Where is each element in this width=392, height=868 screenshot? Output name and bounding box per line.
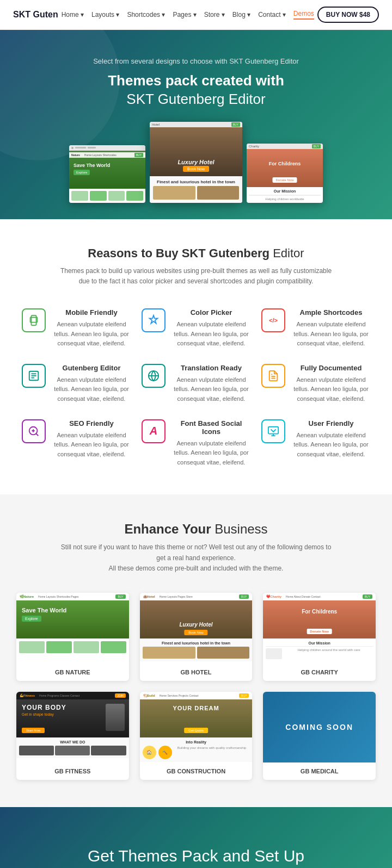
hero-title: Themes pack created with SKT Gutenberg E… — [11, 72, 381, 109]
buy-now-button[interactable]: BUY NOW $48 — [317, 7, 379, 23]
user-friendly-content: User Friendly Aenean vulputate eleifend … — [292, 419, 370, 460]
social-icons-icon: A — [142, 419, 166, 443]
demo-medical-preview: COMING SOON — [263, 692, 376, 762]
demo-nature-preview: 🌿Nature Home Layouts Shortcodes Pages BU… — [16, 593, 129, 664]
demo-charity-label: GB CHARITY — [263, 664, 376, 681]
demo-gb-fitness[interactable]: 💪Fitness Home Programs Classes Contact J… — [16, 692, 129, 780]
reasons-description: Themes pack to build up various websites… — [60, 266, 332, 287]
feature-mobile-friendly: Mobile Friendly Aenean vulputate eleifen… — [22, 308, 131, 349]
nav-links: Home ▾ Layouts ▾ Shortcodes ▾ Pages ▾ St… — [62, 10, 314, 20]
documented-icon — [261, 364, 285, 388]
documented-content: Fully Documented Aenean vulputate eleife… — [292, 364, 370, 404]
nav-contact[interactable]: Contact ▾ — [258, 11, 286, 18]
shortcodes-icon: </> — [261, 308, 285, 332]
svg-line-12 — [36, 433, 38, 436]
hero-section: Select from several designs to choose wi… — [0, 30, 392, 219]
hero-subtitle: Select from several designs to choose wi… — [11, 57, 381, 65]
svg-rect-0 — [31, 315, 36, 325]
demo-charity-preview: ❤️Charity Home About Donate Contact BUY … — [263, 593, 376, 664]
translation-content: Translation Ready Aenean vulputate eleif… — [172, 364, 250, 404]
features-grid: Mobile Friendly Aenean vulputate eleifen… — [22, 308, 370, 467]
demo-hotel-label: GB HOTEL — [140, 664, 253, 681]
enhance-description: Still not sure if you want to have this … — [60, 542, 332, 574]
demo-construction-label: GB CONSTRUCTION — [140, 762, 253, 780]
demo-gb-nature[interactable]: 🌿Nature Home Layouts Shortcodes Pages BU… — [16, 593, 129, 681]
nav-home[interactable]: Home ▾ — [62, 11, 84, 18]
hero-mockups: Nature Home Layouts Shortcodes BUY Save … — [11, 122, 381, 203]
nav-shortcodes[interactable]: Shortcodes ▾ — [127, 11, 165, 18]
translation-icon — [142, 364, 166, 388]
mockup-nature: Nature Home Layouts Shortcodes BUY Save … — [69, 145, 145, 203]
demo-fitness-label: GB FITNESS — [16, 762, 129, 780]
gutenberg-content: Gutenberg Editor Aenean vulputate eleife… — [52, 364, 131, 404]
demo-medical-label: GB MEDICAL — [263, 762, 376, 780]
navigation: SKT Guten Home ▾ Layouts ▾ Shortcodes ▾ … — [0, 0, 392, 30]
nav-demos[interactable]: Demos — [293, 10, 314, 20]
color-picker-icon — [142, 308, 166, 332]
demo-hotel-preview: 🏨Hotel Home Layouts Pages Store BUY Luxu… — [140, 593, 253, 664]
feature-gutenberg: Gutenberg Editor Aenean vulputate eleife… — [22, 364, 131, 404]
social-icons-content: Font Based Social Icons Aenean vulputate… — [172, 419, 250, 468]
mobile-friendly-content: Mobile Friendly Aenean vulputate eleifen… — [52, 308, 131, 349]
mockup-hotel: Hotel BUY Luxury Hotel Book Now Finest a… — [150, 122, 242, 203]
demo-gb-medical[interactable]: COMING SOON GB MEDICAL — [263, 692, 376, 780]
svg-rect-15 — [268, 426, 278, 433]
shortcodes-content: Ample Shortcodes Aenean vulputate eleife… — [292, 308, 370, 349]
feature-social-icons: A Font Based Social Icons Aenean vulputa… — [142, 419, 250, 468]
footer-cta-title: Get Themes Pack and Set Up — [22, 845, 370, 866]
nav-logo[interactable]: SKT Guten — [13, 10, 58, 20]
demo-gb-hotel[interactable]: 🏨Hotel Home Layouts Pages Store BUY Luxu… — [140, 593, 253, 681]
mobile-friendly-icon — [22, 308, 46, 332]
nav-layouts[interactable]: Layouts ▾ — [91, 11, 119, 18]
feature-translation: Translation Ready Aenean vulputate eleif… — [142, 364, 250, 404]
demo-gb-charity[interactable]: ❤️Charity Home About Donate Contact BUY … — [263, 593, 376, 681]
feature-color-picker: Color Picker Aenean vulputate eleifend t… — [142, 308, 250, 349]
demo-fitness-preview: 💪Fitness Home Programs Classes Contact J… — [16, 692, 129, 762]
demo-construction-preview: 🏗️Build Home Services Projects Contact B… — [140, 692, 253, 762]
footer-cta-section: Get Themes Pack and Set Up Your Website … — [0, 807, 392, 868]
reasons-section: Reasons to Buy SKT Gutenberg Editor Them… — [0, 219, 392, 495]
reasons-title: Reasons to Buy SKT Gutenberg Editor — [22, 246, 370, 261]
user-friendly-icon — [261, 419, 285, 443]
seo-content: SEO Friendly Aenean vulputate eleifend t… — [52, 419, 131, 460]
mockup-charity: Charity BUY For Childrens Donate Now Our… — [247, 144, 323, 203]
demo-gb-construction[interactable]: 🏗️Build Home Services Projects Contact B… — [140, 692, 253, 780]
feature-seo: SEO Friendly Aenean vulputate eleifend t… — [22, 419, 131, 468]
seo-icon — [22, 419, 46, 443]
nav-store[interactable]: Store ▾ — [204, 11, 225, 18]
enhance-title: Enhance Your Business — [16, 522, 376, 537]
feature-user-friendly: User Friendly Aenean vulputate eleifend … — [261, 419, 370, 468]
gutenberg-icon — [22, 364, 46, 388]
feature-shortcodes: </> Ample Shortcodes Aenean vulputate el… — [261, 308, 370, 349]
nav-pages[interactable]: Pages ▾ — [173, 11, 196, 18]
nav-blog[interactable]: Blog ▾ — [232, 11, 250, 18]
coming-soon-text: COMING SOON — [285, 723, 353, 731]
color-picker-content: Color Picker Aenean vulputate eleifend t… — [172, 308, 250, 349]
demo-nature-label: GB NATURE — [16, 664, 129, 681]
enhance-section: Enhance Your Business Still not sure if … — [0, 494, 392, 807]
feature-documented: Fully Documented Aenean vulputate eleife… — [261, 364, 370, 404]
demos-grid: 🌿Nature Home Layouts Shortcodes Pages BU… — [16, 593, 376, 780]
